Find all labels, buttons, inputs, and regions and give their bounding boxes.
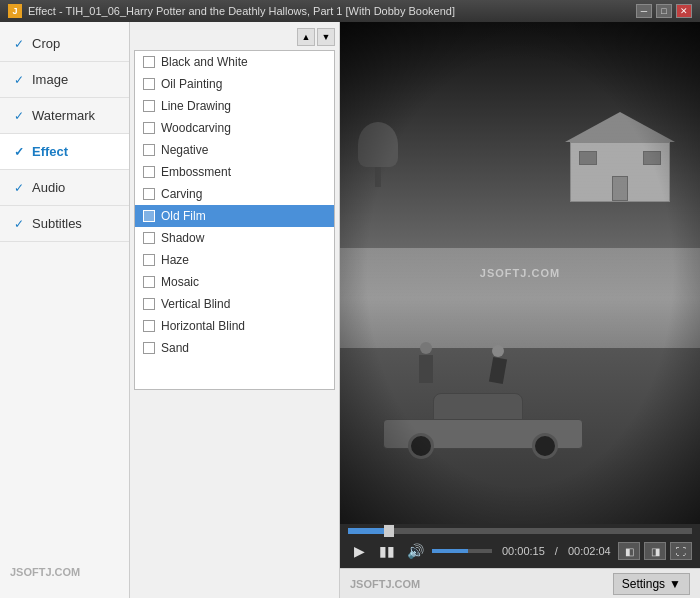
sidebar-item-image[interactable]: ✓ Image [0, 62, 129, 98]
progress-handle[interactable] [384, 525, 394, 537]
time-separator: / [555, 545, 558, 557]
controls-row: ▶ ▮▮ 🔊 00:00:15 / 00:02:04 ◧ ◨ ⛶ [348, 538, 692, 564]
effect-item-haze[interactable]: Haze [135, 249, 334, 271]
image-check-icon: ✓ [12, 73, 26, 87]
sand-label: Sand [161, 341, 189, 355]
effect-check-icon: ✓ [12, 145, 26, 159]
effect-item-negative[interactable]: Negative [135, 139, 334, 161]
effect-item-emboss[interactable]: Embossment [135, 161, 334, 183]
oldfilm-label: Old Film [161, 209, 206, 223]
progress-bar[interactable] [348, 528, 692, 534]
effect-item-oil[interactable]: Oil Painting [135, 73, 334, 95]
effect-item-bw[interactable]: Black and White [135, 51, 334, 73]
wood-label: Woodcarving [161, 121, 231, 135]
effect-item-wood[interactable]: Woodcarving [135, 117, 334, 139]
tree-trunk [375, 167, 381, 187]
hblind-checkbox[interactable] [143, 320, 155, 332]
carving-label: Carving [161, 187, 202, 201]
line-checkbox[interactable] [143, 100, 155, 112]
settings-button[interactable]: Settings ▼ [613, 573, 690, 595]
haze-checkbox[interactable] [143, 254, 155, 266]
sidebar-item-audio-label: Audio [32, 180, 65, 195]
sidebar-item-watermark[interactable]: ✓ Watermark [0, 98, 129, 134]
car [383, 393, 583, 449]
house-window-right [643, 151, 661, 165]
person-right [491, 345, 505, 383]
house-body [570, 142, 670, 202]
hblind-label: Horizontal Blind [161, 319, 245, 333]
close-button[interactable]: ✕ [676, 4, 692, 18]
scroll-down-button[interactable]: ▼ [317, 28, 335, 46]
title-bar-controls: ─ □ ✕ [636, 4, 692, 18]
sidebar-item-audio[interactable]: ✓ Audio [0, 170, 129, 206]
right-panel: JSOFTJ.COM ▶ ▮▮ 🔊 00:00:15 / 00:02:04 [340, 22, 700, 598]
audio-check-icon: ✓ [12, 181, 26, 195]
video-frame: JSOFTJ.COM [340, 22, 700, 524]
haze-label: Haze [161, 253, 189, 267]
emboss-label: Embossment [161, 165, 231, 179]
frame-next-button[interactable]: ◨ [644, 542, 666, 560]
effect-item-hblind[interactable]: Horizontal Blind [135, 315, 334, 337]
bottom-bar: JSOFTJ.COM Settings ▼ [340, 568, 700, 598]
main-layout: ✓ Crop ✓ Image ✓ Watermark ✓ Effect ✓ Au… [0, 22, 700, 598]
effect-item-mosaic[interactable]: Mosaic [135, 271, 334, 293]
settings-chevron-icon: ▼ [669, 577, 681, 591]
sidebar-item-effect[interactable]: ✓ Effect [0, 134, 129, 170]
fullscreen-button[interactable]: ⛶ [670, 542, 692, 560]
bottom-left-watermark: JSOFTJ.COM [350, 578, 420, 590]
effect-item-shadow[interactable]: Shadow [135, 227, 334, 249]
tree-left [358, 122, 398, 182]
app-icon: J [8, 4, 22, 18]
frame-prev-button[interactable]: ◧ [618, 542, 640, 560]
effect-list-header: ▲ ▼ [130, 26, 339, 48]
scroll-up-button[interactable]: ▲ [297, 28, 315, 46]
minimize-button[interactable]: ─ [636, 4, 652, 18]
sidebar-item-subtitles[interactable]: ✓ Subtitles [0, 206, 129, 242]
pause-button[interactable]: ▮▮ [376, 540, 398, 562]
play-button[interactable]: ▶ [348, 540, 370, 562]
bw-checkbox[interactable] [143, 56, 155, 68]
wood-checkbox[interactable] [143, 122, 155, 134]
volume-button[interactable]: 🔊 [404, 540, 426, 562]
video-area[interactable]: JSOFTJ.COM [340, 22, 700, 524]
settings-label: Settings [622, 577, 665, 591]
emboss-checkbox[interactable] [143, 166, 155, 178]
subtitles-check-icon: ✓ [12, 217, 26, 231]
car-wheel-front [408, 433, 434, 459]
title-bar: J Effect - TIH_01_06_Harry Potter and th… [0, 0, 700, 22]
effect-item-oldfilm[interactable]: Old Film [135, 205, 334, 227]
negative-checkbox[interactable] [143, 144, 155, 156]
effect-panel: ▲ ▼ Black and White Oil Painting Line Dr… [130, 22, 340, 598]
maximize-button[interactable]: □ [656, 4, 672, 18]
effect-item-carving[interactable]: Carving [135, 183, 334, 205]
volume-fill [432, 549, 468, 553]
shadow-checkbox[interactable] [143, 232, 155, 244]
effect-item-sand[interactable]: Sand [135, 337, 334, 359]
current-time: 00:00:15 [502, 545, 545, 557]
sand-checkbox[interactable] [143, 342, 155, 354]
negative-label: Negative [161, 143, 208, 157]
effect-list[interactable]: Black and White Oil Painting Line Drawin… [134, 50, 335, 390]
sidebar-item-crop[interactable]: ✓ Crop [0, 26, 129, 62]
volume-slider[interactable] [432, 549, 492, 553]
oldfilm-checkbox[interactable] [143, 210, 155, 222]
vblind-checkbox[interactable] [143, 298, 155, 310]
sidebar-item-watermark-label: Watermark [32, 108, 95, 123]
car-wheel-rear [532, 433, 558, 459]
shadow-label: Shadow [161, 231, 204, 245]
right-controls: ◧ ◨ ⛶ [618, 542, 692, 560]
effect-item-vblind[interactable]: Vertical Blind [135, 293, 334, 315]
vblind-label: Vertical Blind [161, 297, 230, 311]
person-left-head [420, 342, 432, 354]
carving-checkbox[interactable] [143, 188, 155, 200]
crop-check-icon: ✓ [12, 37, 26, 51]
watermark-check-icon: ✓ [12, 109, 26, 123]
sidebar-item-image-label: Image [32, 72, 68, 87]
sidebar-item-crop-label: Crop [32, 36, 60, 51]
oil-checkbox[interactable] [143, 78, 155, 90]
effect-item-line[interactable]: Line Drawing [135, 95, 334, 117]
bw-label: Black and White [161, 55, 248, 69]
total-time: 00:02:04 [568, 545, 611, 557]
car-roof [433, 393, 523, 421]
mosaic-checkbox[interactable] [143, 276, 155, 288]
